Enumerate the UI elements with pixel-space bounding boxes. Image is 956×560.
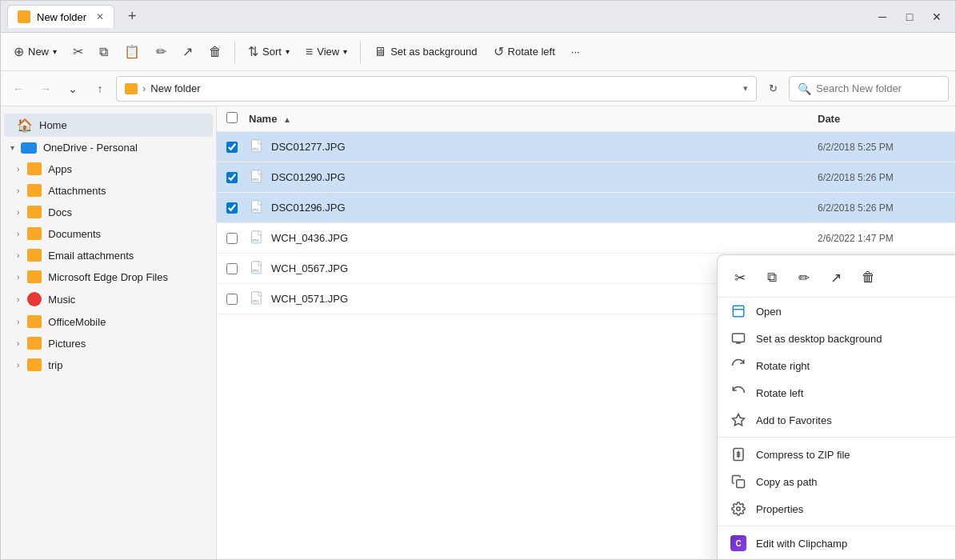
ctx-set-bg[interactable]: Set as desktop background <box>718 325 955 352</box>
search-box[interactable]: 🔍 <box>789 76 949 102</box>
sidebar-item-home[interactable]: 🏠 Home <box>4 114 213 137</box>
ctx-clipchamp[interactable]: C Edit with Clipchamp <box>718 530 955 557</box>
main-content: 🏠 Home ▾ OneDrive - Personal › Apps › At… <box>1 106 955 559</box>
ctx-nearby[interactable]: Send with Nearby Share <box>718 557 955 559</box>
header-checkbox[interactable] <box>226 112 249 126</box>
sidebar-item-trip[interactable]: › trip <box>4 354 213 375</box>
delete-button[interactable]: 🗑 <box>202 41 228 63</box>
copy-button[interactable]: ⧉ <box>93 41 114 63</box>
ctx-cut-button[interactable]: ✂ <box>727 265 753 290</box>
svg-marker-20 <box>733 414 745 426</box>
ctx-compress[interactable]: Compress to ZIP file <box>718 441 955 468</box>
sidebar-item-office-label: OfficeMobile <box>48 316 106 328</box>
back-button[interactable]: ← <box>7 78 30 100</box>
sidebar: 🏠 Home ▾ OneDrive - Personal › Apps › At… <box>1 106 217 559</box>
sidebar-item-docs[interactable]: › Docs <box>4 202 213 222</box>
table-row[interactable]: JPG DSC01296.JPG 6/2/2018 5:26 PM <box>217 193 955 223</box>
file-checkbox-2[interactable] <box>226 202 249 214</box>
column-name-header[interactable]: Name ▲ <box>249 113 818 125</box>
new-button[interactable]: ⊕ New ▾ <box>7 40 63 63</box>
ctx-rotate-left[interactable]: Rotate left <box>718 379 955 406</box>
sidebar-item-music[interactable]: › Music <box>4 288 213 310</box>
cut-icon: ✂ <box>73 44 83 59</box>
column-date-header[interactable]: Date <box>818 113 946 125</box>
view-button[interactable]: ≡ View ▾ <box>299 41 354 63</box>
share-button[interactable]: ↗ <box>176 40 199 63</box>
up-button[interactable]: ↑ <box>89 78 111 100</box>
address-chevron-icon: ▾ <box>743 83 748 94</box>
table-row[interactable]: JPG DSC01277.JPG 6/2/2018 5:25 PM <box>217 132 955 162</box>
file-name-1: DSC01290.JPG <box>271 171 818 183</box>
new-chevron-icon: ▾ <box>53 47 57 56</box>
sidebar-item-docs-label: Docs <box>48 206 72 218</box>
svg-text:JPG: JPG <box>252 147 258 151</box>
ctx-open-icon <box>730 303 746 319</box>
search-icon: 🔍 <box>798 82 811 95</box>
sort-button[interactable]: ⇅ Sort ▾ <box>242 40 296 63</box>
recent-locations-button[interactable]: ⌄ <box>62 78 84 100</box>
sort-label: Sort <box>262 46 282 58</box>
more-button[interactable]: ··· <box>565 42 586 62</box>
ctx-rename-button[interactable]: ✏ <box>791 265 817 290</box>
paste-button[interactable]: 📋 <box>118 40 146 63</box>
maximize-button[interactable]: □ <box>898 7 922 26</box>
ctx-favorites[interactable]: Add to Favorites <box>718 406 955 434</box>
docs-expand-icon: › <box>17 208 19 217</box>
delete-icon: 🗑 <box>209 45 222 59</box>
sidebar-item-edge-drop[interactable]: › Microsoft Edge Drop Files <box>4 266 213 287</box>
minimize-button[interactable]: ─ <box>870 7 894 26</box>
file-checkbox-5[interactable] <box>226 294 249 305</box>
music-expand-icon: › <box>17 295 19 304</box>
close-button[interactable]: ✕ <box>925 7 949 26</box>
file-date-1: 6/2/2018 5:26 PM <box>818 172 946 183</box>
table-row[interactable]: JPG WCH_0436.JPG 2/6/2022 1:47 PM <box>217 223 955 254</box>
ctx-properties-label: Properties <box>756 503 955 515</box>
active-tab[interactable]: New folder ✕ <box>7 5 114 28</box>
ctx-open[interactable]: Open Enter <box>718 298 955 325</box>
ctx-rotate-right[interactable]: Rotate right <box>718 352 955 379</box>
svg-point-27 <box>737 507 741 511</box>
refresh-button[interactable]: ↻ <box>762 78 784 100</box>
ctx-delete-button[interactable]: 🗑 <box>855 265 881 290</box>
trip-folder-icon <box>27 358 42 371</box>
share-icon: ↗ <box>182 44 193 59</box>
set-bg-button[interactable]: 🖥 Set as background <box>367 41 483 63</box>
toolbar-separator <box>234 41 235 63</box>
file-checkbox-4[interactable] <box>226 263 249 274</box>
onedrive-icon <box>21 142 37 154</box>
rename-button[interactable]: ✏ <box>150 40 173 63</box>
file-checkbox-1[interactable] <box>226 172 249 183</box>
cut-button[interactable]: ✂ <box>66 40 90 63</box>
sidebar-item-apps[interactable]: › Apps <box>4 158 213 179</box>
ctx-clipchamp-icon: C <box>730 535 746 551</box>
sidebar-item-email-attachments[interactable]: › Email attachments <box>4 245 213 266</box>
documents-folder-icon <box>27 227 42 240</box>
rotate-button[interactable]: ↺ Rotate left <box>487 40 562 63</box>
sort-chevron-icon: ▾ <box>286 47 290 56</box>
file-name-2: DSC01296.JPG <box>271 202 818 214</box>
more-label: ··· <box>571 46 580 58</box>
ctx-properties[interactable]: Properties Alt+Enter <box>718 495 955 522</box>
set-bg-icon: 🖥 <box>374 45 386 59</box>
tab-close-button[interactable]: ✕ <box>96 11 104 22</box>
sidebar-item-onedrive[interactable]: ▾ OneDrive - Personal <box>4 138 213 158</box>
table-row[interactable]: JPG DSC01290.JPG 6/2/2018 5:26 PM <box>217 162 955 193</box>
new-tab-button[interactable]: + <box>121 6 143 28</box>
sidebar-item-office-mobile[interactable]: › OfficeMobile <box>4 311 213 332</box>
ctx-share-button[interactable]: ↗ <box>823 265 849 290</box>
file-list-header: Name ▲ Date <box>217 106 955 132</box>
ctx-copy-path[interactable]: Copy as path Ctrl+Shift+C <box>718 468 955 495</box>
sidebar-item-documents[interactable]: › Documents <box>4 223 213 244</box>
office-folder-icon <box>27 315 42 328</box>
search-input[interactable] <box>816 82 936 94</box>
email-expand-icon: › <box>17 251 19 260</box>
sidebar-item-attachments[interactable]: › Attachments <box>4 180 213 201</box>
file-checkbox-0[interactable] <box>226 142 249 153</box>
ctx-favorites-label: Add to Favorites <box>756 414 955 426</box>
ctx-copy-button[interactable]: ⧉ <box>759 265 785 290</box>
forward-button[interactable]: → <box>34 78 57 100</box>
sidebar-item-pictures[interactable]: › Pictures <box>4 333 213 354</box>
file-checkbox-3[interactable] <box>226 233 249 244</box>
address-path-bar[interactable]: › New folder ▾ <box>116 76 757 102</box>
address-bar: ← → ⌄ ↑ › New folder ▾ ↻ 🔍 <box>1 71 955 106</box>
